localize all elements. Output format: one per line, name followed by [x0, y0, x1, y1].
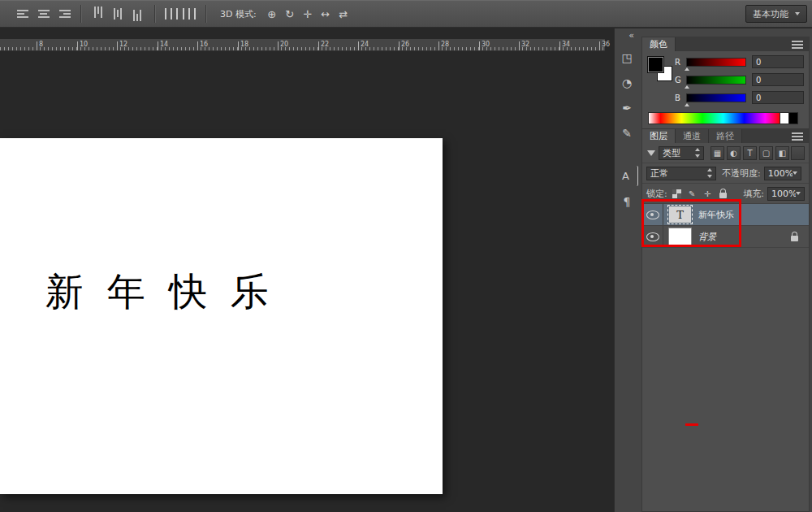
styles-panel-icon[interactable]: ✒: [617, 98, 637, 118]
fill-value: 100%: [771, 189, 796, 199]
3d-orbit-icon[interactable]: ⊕: [264, 7, 280, 21]
filter-funnel-icon[interactable]: [647, 150, 655, 160]
distribute-horizontal-icon[interactable]: [165, 8, 178, 20]
lock-all-icon[interactable]: [717, 188, 729, 200]
opacity-dropdown[interactable]: 100%: [764, 167, 801, 180]
layer-row-text[interactable]: T 新年快乐: [642, 204, 809, 226]
3d-roll-icon[interactable]: ↻: [282, 7, 298, 21]
ruler-mark: 28: [438, 39, 449, 50]
document-canvas[interactable]: 新 年 快 乐: [0, 138, 443, 494]
adjustments-panel-icon[interactable]: ◔: [617, 72, 637, 93]
panel-dock: 颜色 R 0 G 0 B: [639, 28, 812, 512]
layer-name[interactable]: 新年快乐: [698, 209, 734, 221]
filter-adjustment-layers-icon[interactable]: ◐: [727, 146, 741, 160]
green-channel-row: G 0: [675, 73, 804, 86]
ruler-mark: 36: [599, 39, 610, 50]
eye-icon[interactable]: [646, 210, 659, 219]
document-work-area: 8 10 12 14 16 18 20 22 24 26 28 30 32 34…: [0, 28, 615, 512]
chevron-down-icon: [795, 12, 800, 18]
ruler-mark: 34: [559, 39, 570, 50]
layer-list: T 新年快乐 背景: [642, 204, 809, 248]
3d-scale-icon[interactable]: ⇄: [335, 7, 352, 21]
filter-type-label: 类型: [663, 147, 680, 159]
toolbar-separator: [80, 5, 81, 23]
align-right-icon[interactable]: [56, 8, 71, 20]
blue-value-field[interactable]: 0: [752, 91, 804, 104]
lock-pixels-icon[interactable]: ✎: [686, 188, 698, 200]
ruler-mark: 12: [117, 39, 127, 50]
chevron-down-icon: [796, 192, 801, 197]
expand-dock-icon[interactable]: «: [628, 30, 639, 41]
blend-mode-row: 正常 不透明度: 100%: [642, 163, 809, 184]
layer-lock-icon: [791, 236, 798, 241]
filter-pixel-layers-icon[interactable]: ▦: [710, 146, 724, 160]
green-channel-label: G: [675, 76, 685, 85]
3d-drag-icon[interactable]: ✛: [300, 7, 316, 21]
foreground-background-swatches[interactable]: [648, 57, 674, 83]
ruler-mark: 32: [519, 39, 529, 50]
visibility-cell[interactable]: [642, 226, 663, 247]
filter-layer-groups-icon[interactable]: ▢: [759, 146, 773, 160]
toolbar-separator: [205, 5, 206, 23]
ruler-mark: 24: [358, 39, 369, 50]
foreground-color-swatch[interactable]: [648, 57, 663, 72]
3d-mode-label: 3D 模式:: [220, 8, 257, 20]
align-center-icon[interactable]: [37, 8, 51, 20]
filter-type-dropdown[interactable]: 类型: [659, 146, 704, 160]
align-top-icon[interactable]: [93, 7, 104, 21]
red-slider[interactable]: [686, 58, 746, 67]
layer-row-background[interactable]: 背景: [642, 226, 809, 248]
ruler-mark: 30: [479, 39, 490, 50]
workspace-switcher-button[interactable]: 基本功能: [745, 5, 807, 23]
align-bottom-icon[interactable]: [132, 7, 143, 21]
background-layer-thumbnail[interactable]: [669, 228, 691, 245]
3d-slide-icon[interactable]: ↔: [317, 7, 334, 21]
ruler-mark: 20: [278, 39, 288, 50]
paragraph-panel-icon[interactable]: ¶: [617, 191, 637, 211]
3d-panel-icon[interactable]: ◳: [617, 47, 637, 67]
lock-transparency-icon[interactable]: [671, 188, 683, 200]
chevron-down-icon: [793, 171, 797, 177]
lock-label: 锁定:: [646, 188, 667, 200]
red-channel-row: R 0: [675, 55, 804, 68]
blue-slider[interactable]: [686, 93, 746, 102]
color-panel-tabbar: 颜色: [642, 37, 809, 51]
panel-menu-icon[interactable]: [792, 132, 805, 141]
layers-panel-tabbar: 图层 通道 路径: [642, 129, 809, 143]
options-bar: 3D 模式: ⊕ ↻ ✛ ↔ ⇄ 基本功能: [0, 0, 812, 28]
eye-icon[interactable]: [646, 232, 659, 241]
horizontal-ruler[interactable]: 8 10 12 14 16 18 20 22 24 26 28 30 32 34…: [0, 39, 605, 51]
blend-mode-dropdown[interactable]: 正常: [646, 167, 716, 180]
tab-color[interactable]: 颜色: [642, 37, 676, 51]
color-spectrum-ramp[interactable]: [648, 112, 798, 124]
text-layer-thumbnail[interactable]: T: [669, 206, 691, 223]
align-left-icon[interactable]: [17, 8, 32, 20]
tab-paths[interactable]: 路径: [709, 129, 742, 143]
green-value-field[interactable]: 0: [752, 73, 804, 86]
opacity-value: 100%: [768, 168, 793, 179]
red-value-field[interactable]: 0: [752, 55, 804, 68]
filter-toggle-icon[interactable]: [791, 146, 805, 160]
distribute-vertical-icon[interactable]: [183, 8, 196, 20]
lock-position-icon[interactable]: ✛: [702, 188, 714, 200]
canvas-text-layer[interactable]: 新 年 快 乐: [45, 267, 274, 318]
fill-dropdown[interactable]: 100%: [767, 187, 805, 201]
layers-panel: 图层 通道 路径 类型 ▦ ◐ T ▢ ◧: [641, 128, 810, 512]
filter-type-layers-icon[interactable]: T: [743, 146, 757, 160]
visibility-cell[interactable]: [642, 204, 663, 225]
photoshop-window: 3D 模式: ⊕ ↻ ✛ ↔ ⇄ 基本功能 8 10 12 14 16 18 2…: [0, 0, 812, 512]
color-panel: 颜色 R 0 G 0 B: [641, 37, 810, 132]
white-swatch[interactable]: [780, 113, 788, 124]
tab-channels[interactable]: 通道: [676, 129, 709, 143]
annotation-mark: [685, 423, 698, 426]
brush-panel-icon[interactable]: ✎: [617, 123, 637, 143]
green-slider[interactable]: [686, 76, 746, 85]
black-swatch[interactable]: [788, 113, 797, 124]
panel-menu-icon[interactable]: [792, 41, 805, 49]
tab-layers[interactable]: 图层: [642, 129, 676, 143]
layer-name[interactable]: 背景: [698, 231, 716, 243]
rainbow-ramp[interactable]: [649, 113, 780, 124]
character-panel-icon[interactable]: A: [615, 166, 638, 186]
filter-smart-objects-icon[interactable]: ◧: [775, 146, 789, 160]
align-middle-icon[interactable]: [112, 7, 123, 21]
